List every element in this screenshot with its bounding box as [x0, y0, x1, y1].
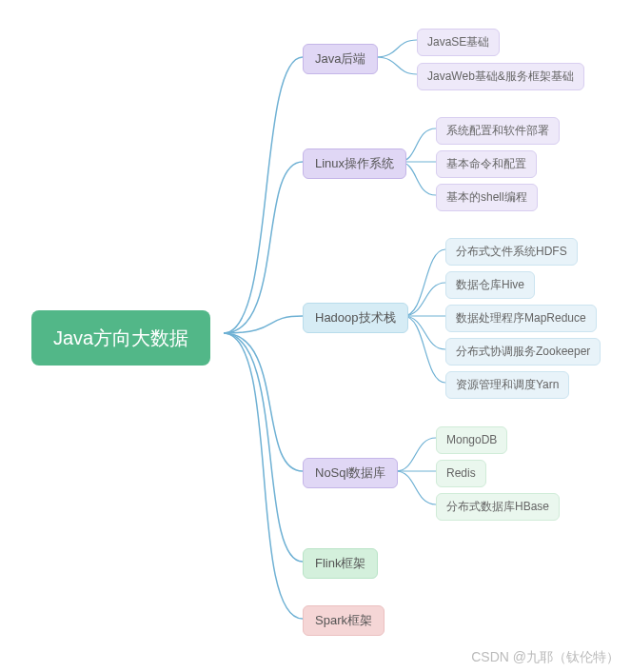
leaf-mongodb[interactable]: MongoDB [436, 426, 507, 454]
leaf-redis[interactable]: Redis [436, 460, 486, 487]
branch-linux[interactable]: Linux操作系统 [303, 148, 406, 179]
leaf-zookeeper[interactable]: 分布式协调服务Zookeeper [445, 338, 601, 366]
leaf-hbase[interactable]: 分布式数据库HBase [436, 493, 560, 521]
leaf-linux-cmd[interactable]: 基本命令和配置 [436, 150, 537, 178]
watermark-text: CSDN @九耶（钛伦特） [471, 649, 620, 666]
branch-java-backend[interactable]: Java后端 [303, 44, 378, 74]
branch-nosql[interactable]: NoSql数据库 [303, 458, 398, 488]
leaf-hive[interactable]: 数据仓库Hive [445, 271, 535, 299]
branch-flink[interactable]: Flink框架 [303, 548, 378, 579]
branch-hadoop[interactable]: Hadoop技术栈 [303, 303, 408, 333]
leaf-javase[interactable]: JavaSE基础 [417, 29, 500, 56]
leaf-yarn[interactable]: 资源管理和调度Yarn [445, 371, 569, 399]
leaf-hdfs[interactable]: 分布式文件系统HDFS [445, 238, 578, 266]
leaf-mapreduce[interactable]: 数据处理程序MapReduce [445, 305, 597, 332]
leaf-linux-shell[interactable]: 基本的shell编程 [436, 184, 538, 211]
leaf-linux-config[interactable]: 系统配置和软件部署 [436, 117, 560, 145]
branch-spark[interactable]: Spark框架 [303, 605, 385, 636]
mindmap-root[interactable]: Java方向大数据 [31, 310, 210, 366]
leaf-javaweb[interactable]: JavaWeb基础&服务框架基础 [417, 63, 584, 90]
